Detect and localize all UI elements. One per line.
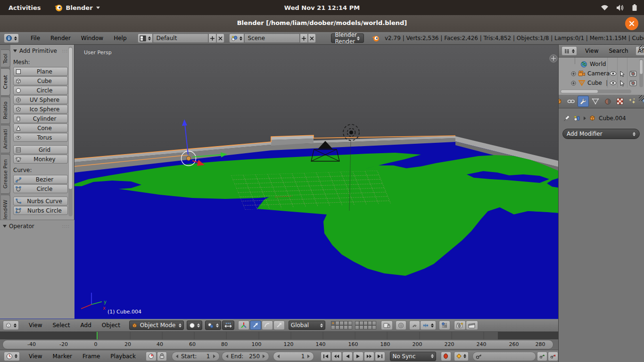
renderability-camera-icon[interactable] [629, 80, 637, 86]
snap-toggle-button[interactable] [409, 321, 420, 330]
tab-relations[interactable]: Relatio [1, 97, 10, 124]
expand-icon[interactable] [571, 71, 576, 76]
pin-icon[interactable] [563, 115, 570, 122]
add-modifier-dropdown[interactable]: Add Modifier [562, 129, 640, 139]
system-tray[interactable] [601, 0, 637, 15]
pivot-point-dropdown[interactable] [205, 321, 221, 330]
add-grid-button[interactable]: Grid [13, 145, 68, 154]
jump-to-end-button[interactable] [375, 352, 385, 361]
add-cube-button[interactable]: Cube [13, 76, 68, 85]
add-monkey-button[interactable]: Monkey [13, 155, 68, 164]
add-plane-button[interactable]: Plane [13, 67, 68, 76]
menu-search[interactable]: Search [603, 48, 633, 54]
timeline-ruler[interactable]: -40 -20 0 20 40 60 80 100 120 140 160 18… [0, 339, 558, 350]
snap-element-dropdown[interactable] [420, 321, 436, 330]
delete-scene-button[interactable] [308, 33, 316, 43]
add-cylinder-button[interactable]: Cylinder [13, 114, 68, 123]
menu-playback[interactable]: Playback [105, 353, 141, 360]
selectability-cursor-icon[interactable] [620, 80, 625, 86]
previous-keyframe-button[interactable] [331, 352, 342, 361]
activities-button[interactable]: Activities [0, 0, 50, 15]
lock-time-cursor-button[interactable] [157, 352, 167, 361]
editor-type-selector[interactable] [4, 33, 19, 43]
menu-select[interactable]: Select [47, 322, 75, 329]
window-title-bar[interactable]: Blender [/home/liam/doober/models/world.… [0, 15, 644, 32]
delete-keyframe-button[interactable] [548, 352, 558, 361]
increment-arrow-icon[interactable] [263, 354, 265, 358]
visibility-eye-icon[interactable] [610, 71, 617, 76]
outliner-vertical-scrollbar[interactable] [639, 59, 643, 87]
tab-texture[interactable] [614, 96, 626, 107]
add-nurbs-circle-button[interactable]: Nurbs Circle [13, 206, 68, 215]
tool-shelf-scrollbar[interactable] [68, 47, 73, 216]
manipulator-axes-button[interactable] [238, 321, 249, 330]
tab-object-data[interactable] [590, 96, 601, 107]
sync-dropdown[interactable]: No Sync [390, 352, 436, 361]
add-curve-circle-button[interactable]: Circle [13, 184, 68, 193]
keying-set-field[interactable] [472, 352, 536, 361]
menu-view[interactable]: View [24, 322, 47, 329]
tab-material[interactable] [602, 96, 613, 107]
tab-object[interactable] [559, 96, 564, 107]
add-scene-button[interactable] [300, 33, 308, 43]
decrement-arrow-icon[interactable] [226, 354, 228, 358]
screen-layout-name-field[interactable]: Default [153, 33, 208, 43]
panel-drag-grip[interactable]: :::: [62, 224, 70, 229]
visibility-eye-icon[interactable] [610, 81, 617, 85]
expand-icon[interactable] [571, 81, 576, 86]
outliner-row-cube[interactable]: Cube | [559, 78, 644, 88]
snap-peel-button[interactable] [439, 321, 450, 330]
menu-frame[interactable]: Frame [77, 353, 105, 360]
play-reverse-button[interactable] [342, 352, 353, 361]
timeline-strip[interactable]: -40 -20 0 20 40 60 80 100 120 140 160 18… [0, 332, 558, 350]
decrement-arrow-icon[interactable] [176, 354, 178, 358]
viewport-shading-dropdown[interactable] [187, 321, 202, 330]
next-keyframe-button[interactable] [364, 352, 374, 361]
frame-end-field[interactable]: End: 250 [222, 352, 270, 361]
layers-group-2[interactable] [355, 321, 376, 329]
tab-tools[interactable]: Tool [1, 49, 10, 67]
scene-name-field[interactable]: Scene [244, 33, 300, 43]
expand-region-icon[interactable] [550, 55, 557, 62]
selectability-cursor-icon[interactable] [620, 71, 625, 77]
menu-add[interactable]: Add [75, 322, 97, 329]
add-uv-sphere-button[interactable]: UV Sphere [13, 95, 68, 104]
current-frame-playhead[interactable] [97, 332, 98, 339]
add-nurbs-curve-button[interactable]: Nurbs Curve [13, 197, 68, 206]
add-torus-button[interactable]: Torus [13, 133, 68, 142]
menu-render[interactable]: Render [45, 35, 76, 41]
corner-resize-handle[interactable] [639, 45, 644, 51]
proportional-edit-dropdown[interactable] [396, 321, 406, 330]
panel-header-operator[interactable]: Operator :::: [0, 220, 74, 231]
screen-layout-icon-button[interactable] [138, 33, 153, 43]
menu-window[interactable]: Window [76, 35, 108, 41]
transform-orientation-dropdown[interactable]: Global [289, 321, 325, 330]
menu-help[interactable]: Help [108, 35, 132, 41]
decrement-arrow-icon[interactable] [277, 354, 280, 358]
jump-to-start-button[interactable] [321, 352, 331, 361]
outliner-row-camera[interactable]: Camera [559, 69, 644, 78]
layers-group-1[interactable] [331, 321, 352, 329]
tab-grease-pencil[interactable]: Grease Pen [1, 154, 10, 194]
outliner-row-world[interactable]: World [559, 59, 644, 69]
editor-type-selector[interactable] [4, 352, 20, 361]
manipulator-toggle-button[interactable] [222, 321, 234, 330]
delete-layout-button[interactable] [216, 33, 224, 43]
render-engine-dropdown[interactable]: Blender Render [331, 33, 364, 43]
scene-icon-button[interactable] [229, 33, 244, 43]
editor-type-selector[interactable] [3, 321, 19, 330]
use-preview-range-button[interactable] [146, 352, 157, 361]
menu-object[interactable]: Object [97, 322, 125, 329]
opengl-render-anim-button[interactable] [466, 321, 478, 330]
add-cone-button[interactable]: Cone [13, 123, 68, 132]
auto-keyframe-mode-dropdown[interactable] [454, 352, 469, 361]
renderability-camera-icon[interactable] [629, 70, 637, 77]
translate-manipulator-button[interactable] [250, 321, 261, 330]
menu-marker[interactable]: Marker [47, 353, 77, 360]
add-bezier-button[interactable]: Bezier [13, 175, 68, 184]
corner-resize-handle[interactable] [639, 95, 644, 101]
tab-particles[interactable] [627, 96, 638, 107]
tab-create[interactable]: Creat [1, 68, 10, 96]
current-frame-field[interactable]: 1 [273, 352, 314, 361]
play-button[interactable] [353, 352, 363, 361]
